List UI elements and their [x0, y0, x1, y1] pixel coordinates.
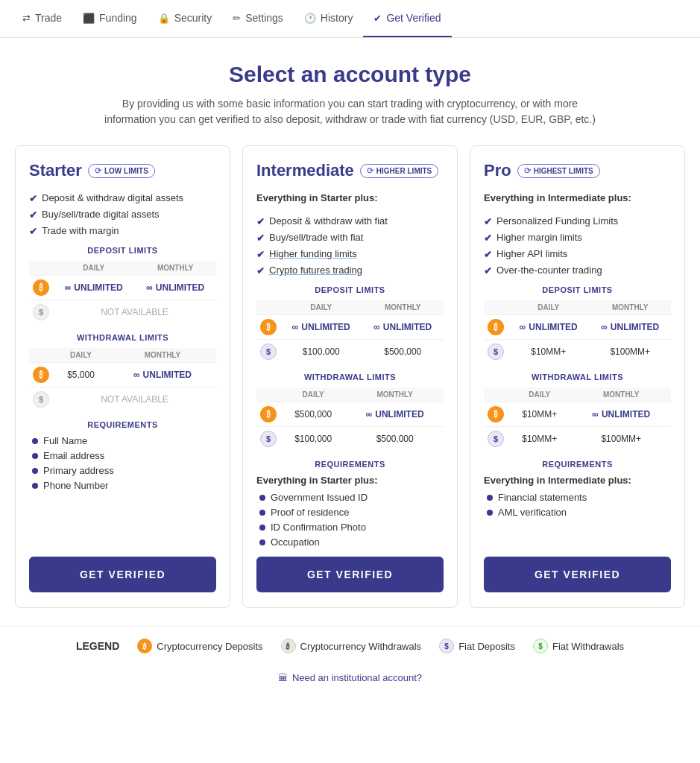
req-item: Government Issued ID: [259, 492, 444, 503]
feature-item: ✔Higher API limits: [484, 248, 671, 260]
unlimited-value: ∞UNLIMITED: [112, 370, 213, 380]
badge-icon: ⟳: [524, 166, 531, 176]
page-title: Select an account type: [15, 62, 685, 87]
check-icon: ✔: [256, 249, 265, 260]
table-row: ₿ $5,000 ∞UNLIMITED: [29, 363, 216, 387]
check-icon: ✔: [484, 265, 492, 276]
starter-features: ✔Deposit & withdraw digital assets ✔Buy/…: [29, 192, 216, 237]
pro-card: Pro ⟳ HIGHEST LIMITS Everything in Inter…: [470, 145, 685, 608]
req-item: AML verification: [487, 507, 671, 518]
not-available: NOT AVAILABLE: [101, 394, 168, 405]
feature-item: ✔Deposit & withdraw digital assets: [29, 192, 216, 204]
badge-icon: ⟳: [95, 166, 101, 176]
nav-history[interactable]: 🕐 History: [294, 0, 364, 37]
legend-label: LEGEND: [76, 640, 119, 652]
withdrawal-limits-title: WITHDRAWAL LIMITS: [256, 373, 444, 382]
deposit-limits-title: DEPOSIT LIMITS: [29, 246, 216, 255]
table-row: $ $10MM+ $100MM+: [484, 427, 671, 452]
fiat-icon: $: [260, 343, 277, 360]
institutional-link[interactable]: 🏛 Need an institutional account?: [278, 672, 422, 683]
requirements-title: REQUIREMENTS: [256, 460, 444, 469]
nav-settings[interactable]: ✏ Settings: [222, 0, 294, 37]
bullet: [259, 510, 265, 516]
check-icon: ✔: [256, 216, 265, 227]
intermediate-header: Intermediate ⟳ HIGHER LIMITS: [256, 161, 444, 180]
intermediate-withdrawal-limits: WITHDRAWAL LIMITS DAILY MONTHLY ₿ $500,0…: [256, 373, 444, 451]
trade-icon: ⇄: [22, 13, 31, 24]
intermediate-cta-button[interactable]: GET VERIFIED: [256, 557, 444, 592]
fiat-icon: $: [33, 391, 49, 408]
pro-badge: ⟳ HIGHEST LIMITS: [517, 164, 600, 178]
intermediate-badge: ⟳ HIGHER LIMITS: [360, 164, 438, 178]
withdrawal-limits-title: WITHDRAWAL LIMITS: [29, 333, 216, 342]
req-item: Full Name: [32, 435, 216, 446]
daily-value: $100,000: [280, 427, 346, 452]
feature-item: ✔Trade with margin: [29, 225, 216, 237]
legend-fiat-deposits: $ Fiat Deposits: [439, 639, 515, 653]
daily-value: $10MM+: [508, 427, 572, 452]
req-item: Occupation: [259, 536, 444, 548]
fiat-icon: $: [488, 343, 504, 360]
intermediate-deposit-limits: DEPOSIT LIMITS DAILY MONTHLY ₿ ∞UNLIMITE…: [256, 285, 444, 364]
bullet: [487, 510, 493, 516]
fiat-icon: $: [260, 431, 277, 447]
daily-value: $500,000: [280, 402, 346, 427]
fiat-icon: $: [33, 304, 49, 320]
daily-value: $100,000: [280, 340, 362, 364]
btc-icon: ₿: [33, 367, 49, 383]
bullet: [259, 525, 265, 531]
req-item: Primary address: [32, 465, 216, 476]
check-icon: ✔: [484, 249, 492, 260]
monthly-header: MONTHLY: [109, 348, 216, 363]
pro-cta-button[interactable]: GET VERIFIED: [484, 557, 671, 592]
unlimited-value: ∞UNLIMITED: [511, 322, 587, 332]
legend-fiat-withdrawals: $ Fiat Withdrawals: [533, 639, 624, 653]
bullet: [259, 495, 265, 501]
btc-icon: ₿: [260, 319, 277, 335]
requirements-list: Financial statements AML verification: [484, 492, 671, 518]
pro-features: ✔Personalized Funding Limits ✔Higher mar…: [484, 215, 671, 276]
check-icon: ✔: [256, 232, 265, 244]
unlimited-value: ∞UNLIMITED: [283, 322, 359, 332]
unlimited-value: ∞UNLIMITED: [138, 282, 214, 293]
requirements-title: REQUIREMENTS: [484, 460, 671, 469]
feature-item: ✔Crypto futures trading: [256, 265, 444, 276]
features-intro: Everything in Intermediate plus:: [484, 192, 671, 203]
bullet: [32, 468, 38, 474]
legend-crypto-withdrawals: ₿ Cryptocurrency Withdrawals: [281, 639, 422, 653]
intermediate-title: Intermediate: [256, 161, 354, 180]
settings-icon: ✏: [233, 13, 241, 24]
table-row: $ NOT AVAILABLE: [29, 387, 216, 412]
starter-cta-button[interactable]: GET VERIFIED: [29, 557, 216, 592]
funding-icon: ⬛: [83, 13, 95, 24]
starter-title: Starter: [29, 161, 82, 180]
nav-security[interactable]: 🔒 Security: [148, 0, 223, 37]
table-row: $ $100,000 $500,000: [256, 427, 444, 452]
pro-withdrawal-limits: WITHDRAWAL LIMITS DAILY MONTHLY ₿ $10MM+…: [484, 373, 671, 451]
deposit-limits-title: DEPOSIT LIMITS: [484, 285, 671, 294]
legend-crypto-deposits: ₿ Cryptocurrency Deposits: [137, 639, 262, 653]
starter-badge: ⟳ LOW LIMITS: [88, 164, 155, 178]
starter-header: Starter ⟳ LOW LIMITS: [29, 161, 216, 180]
nav-get-verified[interactable]: ✔ Get Verified: [363, 0, 451, 37]
pro-title: Pro: [484, 161, 511, 180]
unlimited-value: ∞UNLIMITED: [365, 322, 441, 332]
check-icon: ✔: [256, 265, 265, 276]
table-row: ₿ ∞UNLIMITED ∞UNLIMITED: [256, 315, 444, 340]
features-intro: Everything in Starter plus:: [256, 192, 444, 203]
table-row: $ $100,000 $500,000: [256, 340, 444, 364]
table-row: ₿ ∞UNLIMITED ∞UNLIMITED: [484, 315, 671, 340]
withdrawal-limits-table: DAILY MONTHLY ₿ $10MM+ ∞UNLIMITED $ $10M…: [484, 387, 671, 451]
bullet: [32, 483, 38, 489]
monthly-header: MONTHLY: [362, 300, 444, 315]
nav-trade[interactable]: ⇄ Trade: [12, 0, 72, 37]
nav-funding[interactable]: ⬛ Funding: [72, 0, 148, 37]
cards-grid: Starter ⟳ LOW LIMITS ✔Deposit & withdraw…: [0, 145, 700, 626]
requirements-list: Government Issued ID Proof of residence …: [256, 492, 444, 548]
daily-value: $10MM+: [508, 340, 590, 364]
table-row: $ $10MM+ $100MM+: [484, 340, 671, 364]
starter-deposit-limits: DEPOSIT LIMITS DAILY MONTHLY ₿ ∞UNLIMITE…: [29, 246, 216, 324]
unlimited-value: ∞UNLIMITED: [593, 322, 669, 332]
feature-item: ✔Higher funding limits: [256, 248, 444, 260]
unlimited-value: ∞UNLIMITED: [575, 409, 668, 420]
